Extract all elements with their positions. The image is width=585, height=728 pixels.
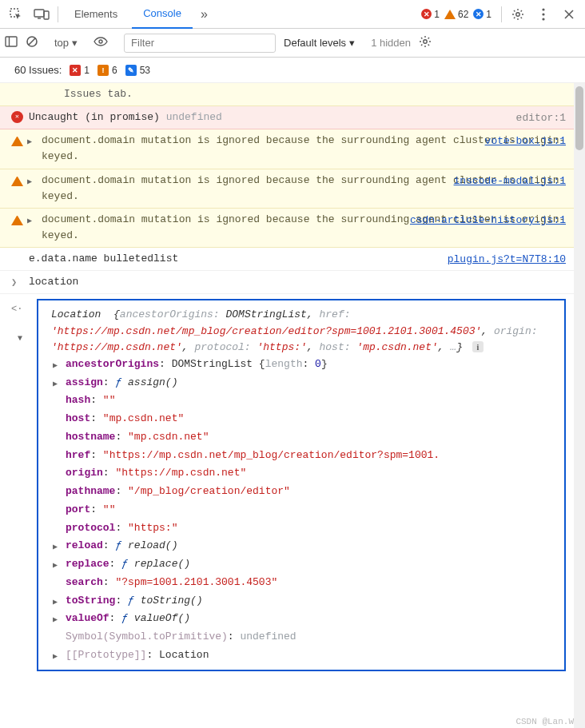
object-property[interactable]: protocol: "https:" <box>51 519 558 538</box>
object-property[interactable]: ▶ assign: ƒ assign() <box>51 374 558 392</box>
expand-icon[interactable]: ▶ <box>53 650 58 664</box>
watermark: CSDN @Lan.W <box>515 717 574 726</box>
input-caret-icon: ❯ <box>11 276 17 291</box>
console-output[interactable]: <· ▼ Location {ancestorOrigins: DOMStrin… <box>0 294 574 675</box>
context-label: top <box>54 37 69 49</box>
object-property[interactable]: ▶ valueOf: ƒ valueOf() <box>51 610 558 628</box>
warning-icon <box>11 174 23 186</box>
object-property[interactable]: pathname: "/mp_blog/creation/editor" <box>51 483 558 501</box>
scrollbar[interactable] <box>574 83 585 728</box>
expand-icon[interactable]: ▶ <box>53 559 58 573</box>
message-text: Issues tab. <box>64 88 133 100</box>
error-count: 1 <box>434 9 440 20</box>
console-row-warning[interactable]: ▶ document.domain mutation is ignored be… <box>0 129 574 169</box>
device-toggle-icon[interactable] <box>30 3 53 26</box>
expand-icon[interactable]: ▶ <box>53 359 58 373</box>
console-row-warning[interactable]: ▶ document.domain mutation is ignored be… <box>0 169 574 209</box>
svg-point-14 <box>99 40 102 43</box>
object-summary[interactable]: Location {ancestorOrigins: DOMStringList… <box>51 307 558 355</box>
object-property[interactable]: search: "?spm=1001.2101.3001.4503" <box>51 574 558 592</box>
console-toolbar: top ▾ Default levels ▾ 1 hidden <box>0 29 585 58</box>
expand-icon[interactable]: ▶ <box>27 176 32 189</box>
expand-icon[interactable]: ▶ <box>53 377 58 392</box>
svg-point-15 <box>424 40 427 43</box>
gear-icon[interactable] <box>419 35 432 50</box>
undefined-value: undefined <box>166 111 222 123</box>
source-link[interactable]: vote-box.js:1 <box>485 135 566 147</box>
warning-icon <box>444 10 456 19</box>
chevron-down-icon: ▾ <box>72 37 78 49</box>
info-icon[interactable]: i <box>472 341 484 352</box>
warning-icon <box>11 134 23 146</box>
tab-elements[interactable]: Elements <box>63 0 129 29</box>
object-property[interactable]: ▶ [[Prototype]]: Location <box>51 646 558 665</box>
clear-console-icon[interactable] <box>26 35 38 50</box>
filter-input[interactable] <box>124 34 276 53</box>
source-link[interactable]: inscode-modal.js:1 <box>454 175 566 187</box>
log-levels-selector[interactable]: Default levels ▾ <box>284 37 355 49</box>
status-badges[interactable]: ✕1 62 ✕1 <box>421 9 491 20</box>
object-property[interactable]: hash: "" <box>51 392 558 410</box>
live-expression-icon[interactable] <box>94 37 108 49</box>
expand-icon[interactable]: ▶ <box>53 595 58 610</box>
issues-label: 60 Issues: <box>14 64 62 76</box>
message-text: Uncaught (in promise) <box>29 111 166 123</box>
issues-warn-count: 6 <box>112 65 117 76</box>
console-row-warning[interactable]: ▶ document.domain mutation is ignored be… <box>0 209 574 248</box>
error-icon <box>11 111 23 123</box>
issues-info-icon: ✎ <box>125 65 137 76</box>
object-property[interactable]: port: "" <box>51 501 558 519</box>
object-property[interactable]: ▶ replace: ƒ replace() <box>51 555 558 574</box>
output-caret-icon: <· <box>11 302 22 317</box>
console-row[interactable]: Issues tab. <box>0 83 574 106</box>
more-tabs-icon[interactable]: » <box>196 7 213 22</box>
object-property[interactable]: ▶ toString: ƒ toString() <box>51 592 558 611</box>
inspect-icon[interactable] <box>5 3 27 26</box>
divider <box>58 6 58 22</box>
hidden-count[interactable]: 1 hidden <box>371 37 411 49</box>
issues-warn-icon: ! <box>98 65 109 76</box>
console-body: Issues tab. Uncaught (in promise) undefi… <box>0 83 585 728</box>
tab-console[interactable]: Console <box>132 0 193 29</box>
expand-icon[interactable]: ▶ <box>27 215 32 228</box>
input-text: location <box>29 276 78 288</box>
source-link[interactable]: editor:1 <box>516 110 566 126</box>
expand-icon[interactable]: ▶ <box>53 613 58 627</box>
message-text: e.data.name bulletedlist <box>29 253 178 265</box>
console-row-error[interactable]: Uncaught (in promise) undefined editor:1 <box>0 106 574 129</box>
object-property[interactable]: origin: "https://mp.csdn.net" <box>51 464 558 483</box>
sidebar-toggle-icon[interactable] <box>5 36 18 50</box>
collapse-icon[interactable]: ▼ <box>18 332 22 345</box>
console-row-log[interactable]: e.data.name bulletedlist plugin.js?t=N7T… <box>0 248 574 271</box>
object-property[interactable]: ▶ ancestorOrigins: DOMStringList {length… <box>51 356 558 374</box>
kebab-icon[interactable] <box>532 3 555 26</box>
issues-bar[interactable]: 60 Issues: ✕1 !6 ✎53 <box>0 58 585 83</box>
context-selector[interactable]: top ▾ <box>54 37 78 49</box>
object-property[interactable]: hostname: "mp.csdn.net" <box>51 428 558 447</box>
levels-label: Default levels <box>284 37 346 49</box>
object-preview[interactable]: Location {ancestorOrigins: DOMStringList… <box>37 299 566 670</box>
expand-icon[interactable]: ▶ <box>53 540 58 555</box>
scrollbar-thumb[interactable] <box>575 86 583 150</box>
expand-icon[interactable]: ▶ <box>27 136 32 149</box>
object-property[interactable]: href: "https://mp.csdn.net/mp_blog/creat… <box>51 447 558 465</box>
info-count: 1 <box>486 9 491 20</box>
source-link[interactable]: csdn-article-history.js:1 <box>410 214 566 226</box>
warning-icon <box>11 213 23 225</box>
divider <box>501 6 502 22</box>
object-property[interactable]: Symbol(Symbol.toPrimitive): undefined <box>51 628 558 646</box>
gear-icon[interactable] <box>507 3 529 26</box>
svg-point-6 <box>542 13 544 15</box>
issues-info-count: 53 <box>140 65 150 76</box>
svg-rect-3 <box>44 11 49 19</box>
console-input-echo[interactable]: ❯ location <box>0 271 574 294</box>
svg-rect-1 <box>34 10 44 17</box>
devtools-tabbar: Elements Console » ✕1 62 ✕1 <box>0 0 585 29</box>
svg-point-4 <box>516 12 519 15</box>
svg-rect-10 <box>6 37 17 46</box>
source-link[interactable]: plugin.js?t=N7T8:10 <box>448 253 566 265</box>
object-property[interactable]: host: "mp.csdn.net" <box>51 410 558 428</box>
close-icon[interactable] <box>558 3 580 26</box>
issues-error-count: 1 <box>84 65 90 76</box>
object-property[interactable]: ▶ reload: ƒ reload() <box>51 537 558 555</box>
